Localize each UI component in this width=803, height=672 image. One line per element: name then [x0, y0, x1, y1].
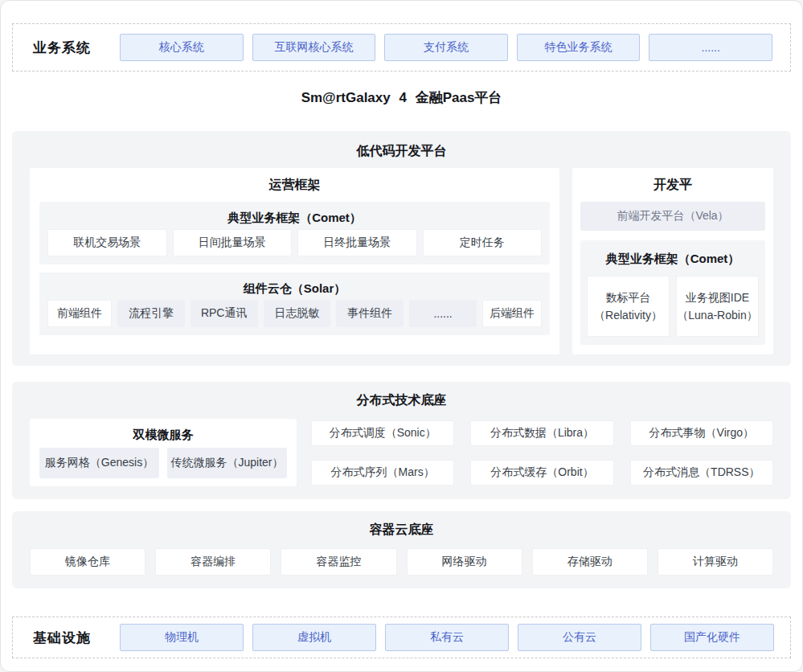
- container-cloud-section: 容器云底座 镜像仓库 容器编排 容器监控 网络驱动 存储驱动 计算驱动: [12, 511, 791, 588]
- scenario-button-daytime-batch[interactable]: 日间批量场景: [173, 229, 293, 256]
- infra-button-physical-machine[interactable]: 物理机: [120, 624, 244, 651]
- container-button-orchestration[interactable]: 容器编排: [155, 548, 271, 576]
- dev-tool-label: 业务视图IDE: [686, 289, 749, 306]
- distributed-button-libra[interactable]: 分布式数据（Libra）: [470, 420, 613, 446]
- comet-business-framework-panel: 典型业务框架（Comet） 联机交易场景 日间批量场景 日终批量场景 定时任务: [39, 202, 550, 264]
- business-system-button-payment[interactable]: 支付系统: [384, 34, 508, 61]
- solar-panel-title: 组件云仓（Solar）: [47, 277, 542, 300]
- component-button-frontend[interactable]: 前端组件: [47, 300, 112, 327]
- distributed-tech-section: 分布式技术底座 双模微服务 服务网格（Genesis） 传统微服务（Jupite…: [12, 382, 791, 499]
- business-system-button-special[interactable]: 特色业务系统: [517, 34, 641, 61]
- lowcode-section-title: 低代码开发平台: [30, 141, 773, 162]
- container-button-compute-driver[interactable]: 计算驱动: [658, 548, 773, 576]
- business-systems-panel: 业务系统 核心系统 互联网核心系统 支付系统 特色业务系统 ......: [12, 23, 791, 72]
- operation-framework-title: 运营框架: [39, 168, 550, 202]
- dual-mode-microservice-card: 双模微服务 服务网格（Genesis） 传统微服务（Jupiter）: [30, 419, 297, 486]
- container-button-network-driver[interactable]: 网络驱动: [407, 548, 522, 576]
- business-system-button-core[interactable]: 核心系统: [120, 34, 244, 61]
- dev-tool-button-relativity[interactable]: 数标平台 （Relativity）: [587, 276, 670, 337]
- platform-architecture-page: 业务系统 核心系统 互联网核心系统 支付系统 特色业务系统 ...... Sm@…: [0, 0, 803, 672]
- component-button-process-engine[interactable]: 流程引擎: [117, 300, 185, 327]
- infra-button-private-cloud[interactable]: 私有云: [385, 624, 509, 651]
- vela-frontend-dev-button[interactable]: 前端开发平台（Vela）: [580, 202, 765, 231]
- container-button-image-registry[interactable]: 镜像仓库: [30, 548, 145, 576]
- infra-button-virtual-machine[interactable]: 虚拟机: [252, 624, 376, 651]
- scenario-button-scheduled-task[interactable]: 定时任务: [423, 229, 543, 256]
- infrastructure-panel: 基础设施 物理机 虚拟机 私有云 公有云 国产化硬件: [12, 617, 791, 658]
- platform-title: Sm@rtGalaxy 4 金融Paas平台: [1, 88, 802, 109]
- distributed-button-sonic[interactable]: 分布式调度（Sonic）: [311, 420, 454, 446]
- dev-comet-framework-panel: 典型业务框架（Comet） 数标平台 （Relativity） 业务视图IDE …: [580, 240, 765, 345]
- dual-mode-title: 双模微服务: [39, 422, 287, 448]
- distributed-button-virgo[interactable]: 分布式事物（Virgo）: [630, 420, 773, 446]
- business-system-button-ellipsis[interactable]: ......: [649, 34, 772, 61]
- lowcode-platform-section: 低代码开发平台 运营框架 典型业务框架（Comet） 联机交易场景 日间批量场景…: [12, 131, 791, 366]
- infrastructure-label: 基础设施: [13, 629, 111, 647]
- component-button-event[interactable]: 事件组件: [336, 300, 404, 327]
- dev-platform-title: 开发平: [580, 168, 765, 202]
- distributed-button-tdrss[interactable]: 分布式消息（TDRSS）: [630, 460, 773, 486]
- scenario-button-online-trade[interactable]: 联机交易场景: [47, 229, 167, 256]
- infra-button-public-cloud[interactable]: 公有云: [518, 624, 641, 651]
- operation-framework-card: 运营框架 典型业务框架（Comet） 联机交易场景 日间批量场景 日终批量场景 …: [30, 168, 559, 354]
- business-systems-label: 业务系统: [13, 39, 111, 57]
- container-section-title: 容器云底座: [30, 519, 773, 540]
- component-button-backend[interactable]: 后端组件: [482, 300, 542, 327]
- infra-button-domestic-hardware[interactable]: 国产化硬件: [650, 624, 774, 651]
- container-button-monitoring[interactable]: 容器监控: [281, 548, 396, 576]
- distributed-button-orbit[interactable]: 分布式缓存（Orbit）: [470, 460, 613, 486]
- component-button-ellipsis[interactable]: ......: [409, 300, 477, 327]
- comet-panel-title: 典型业务框架（Comet）: [47, 207, 542, 229]
- distributed-section-title: 分布式技术底座: [30, 390, 773, 411]
- dev-comet-panel-title: 典型业务框架（Comet）: [587, 247, 759, 271]
- container-button-storage-driver[interactable]: 存储驱动: [532, 548, 648, 576]
- dev-platform-card: 开发平 前端开发平台（Vela） 典型业务框架（Comet） 数标平台 （Rel…: [572, 168, 773, 354]
- distributed-button-mars[interactable]: 分布式序列（Mars）: [311, 460, 454, 486]
- scenario-button-eod-batch[interactable]: 日终批量场景: [297, 229, 417, 256]
- solar-component-cloud-panel: 组件云仓（Solar） 前端组件 流程引擎 RPC通讯 日志脱敏 事件组件 ..…: [39, 272, 550, 335]
- component-button-rpc[interactable]: RPC通讯: [191, 300, 258, 327]
- dev-tool-sublabel: （Luna-Robin）: [677, 306, 757, 324]
- dev-tool-button-luna-robin[interactable]: 业务视图IDE （Luna-Robin）: [676, 276, 759, 337]
- microservice-button-genesis[interactable]: 服务网格（Genesis）: [39, 448, 159, 478]
- component-button-log-masking[interactable]: 日志脱敏: [264, 300, 331, 327]
- microservice-button-jupiter[interactable]: 传统微服务（Jupiter）: [167, 448, 287, 478]
- dev-tool-sublabel: （Relativity）: [594, 306, 662, 324]
- dev-tool-label: 数标平台: [606, 289, 651, 306]
- business-system-button-internet-core[interactable]: 互联网核心系统: [252, 34, 376, 61]
